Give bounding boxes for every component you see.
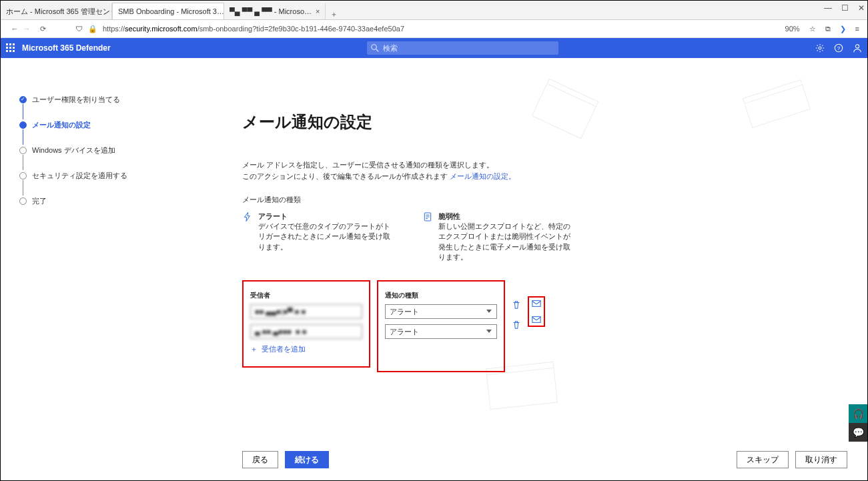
window-minimize-icon[interactable]: —: [824, 3, 832, 13]
step-label: セキュリティ設定を適用する: [32, 171, 127, 181]
svg-rect-11: [532, 316, 540, 322]
clipboard-icon: [422, 211, 433, 222]
card-alert: アラート デバイスで任意のタイプのアラートがトリガーされたときにメール通知を受け…: [242, 211, 396, 263]
feedback-widgets: 🎧 💬: [849, 404, 867, 442]
recipients-label: 受信者: [250, 291, 362, 300]
card-title: 脆弱性: [438, 211, 576, 221]
url-display[interactable]: 🛡 🔒 https://security.microsoft.com/smb-o…: [75, 25, 785, 33]
skip-button[interactable]: スキップ: [737, 451, 789, 468]
onboarding-stepper: ユーザー権限を割り当てる メール通知の設定 Windows デバイスを追加 セキ…: [19, 95, 127, 221]
card-text: 新しい公開エクスプロイトなど、特定のエクスプロイトまたは脆弱性イベントが発生した…: [438, 221, 576, 263]
svg-rect-10: [532, 300, 540, 306]
search-icon: [371, 44, 379, 52]
add-recipient-button[interactable]: ＋ 受信者を追加: [250, 344, 362, 354]
svg-point-0: [372, 45, 377, 50]
browser-tab-2[interactable]: SMB Onboarding - Microsoft 3… ×: [112, 3, 224, 19]
step-add-windows-devices[interactable]: Windows デバイスを追加: [19, 145, 127, 155]
desc-line2: このアクションにより、後で編集できるルールが作成されます: [242, 172, 450, 180]
url-prefix: https://: [103, 25, 125, 33]
send-test-column: [528, 296, 545, 327]
step-complete[interactable]: 完了: [19, 196, 127, 206]
section-title: メール通知の種類: [242, 195, 749, 205]
app-launcher-icon[interactable]: [6, 43, 15, 53]
bookmark-icon[interactable]: ☆: [809, 25, 816, 33]
delete-icon[interactable]: [512, 300, 521, 310]
type-select-2[interactable]: アラート: [385, 324, 497, 339]
shield-icon: 🛡: [75, 25, 83, 33]
settings-icon[interactable]: [815, 43, 825, 53]
feedback-icon[interactable]: 💬: [849, 423, 867, 442]
step-label: メール通知の設定: [32, 120, 91, 130]
svg-point-2: [819, 47, 821, 49]
decorative-window-icon: [743, 79, 811, 128]
global-search[interactable]: 検索: [367, 41, 558, 55]
browser-addressbar: ← → ⟳ 🛡 🔒 https://security.microsoft.com…: [1, 20, 867, 38]
svg-text:?: ?: [837, 45, 841, 51]
email-settings-link[interactable]: メール通知の設定。: [450, 172, 516, 180]
tab-label: ▀▄ ▀▀ ▄ ▀▀ - Microso…: [230, 7, 312, 15]
row-actions: [512, 280, 521, 332]
tab-label: ホーム - Microsoft 365 管理センター: [6, 7, 112, 17]
step-apply-security-settings[interactable]: セキュリティ設定を適用する: [19, 171, 127, 181]
app-title: Microsoft 365 Defender: [22, 43, 111, 53]
window-close-icon[interactable]: ✕: [858, 3, 865, 13]
desc-line1: メール アドレスを指定し、ユーザーに受信させる通知の種類を選択します。: [242, 161, 494, 169]
step-email-notifications[interactable]: メール通知の設定: [19, 120, 127, 130]
card-text: デバイスで任意のタイプのアラートがトリガーされたときにメール通知を受け取ります。: [258, 221, 396, 252]
extension-icon[interactable]: ❯: [840, 25, 846, 33]
delete-icon[interactable]: [512, 320, 521, 330]
svg-point-5: [855, 45, 859, 48]
main-content: メール通知の設定 メール アドレスを指定し、ユーザーに受信させる通知の種類を選択…: [242, 111, 749, 372]
close-icon[interactable]: ×: [316, 7, 320, 15]
back-button[interactable]: 戻る: [242, 451, 278, 468]
mail-icon[interactable]: [532, 299, 541, 308]
menu-icon[interactable]: ≡: [855, 25, 859, 33]
step-label: 完了: [32, 196, 47, 206]
search-placeholder: 検索: [383, 43, 398, 53]
url-host: security.microsoft.com: [125, 25, 197, 33]
add-recipient-label: 受信者を追加: [262, 344, 306, 354]
step-label: Windows デバイスを追加: [32, 145, 115, 155]
recipient-input-2[interactable]: [250, 324, 362, 339]
tab-label: SMB Onboarding - Microsoft 3…: [118, 7, 224, 15]
pocket-icon[interactable]: ⧉: [825, 25, 831, 33]
step-label: ユーザー権限を割り当てる: [32, 95, 120, 105]
svg-line-1: [376, 49, 379, 52]
plus-icon: ＋: [250, 344, 258, 354]
step-assign-permissions[interactable]: ユーザー権限を割り当てる: [19, 95, 127, 105]
new-tab-button[interactable]: ＋: [326, 9, 342, 19]
headset-icon[interactable]: 🎧: [849, 404, 867, 423]
notification-type-column: 通知の種類 アラート アラート: [377, 280, 505, 372]
lock-icon: 🔒: [88, 25, 97, 33]
zoom-label: 90%: [785, 25, 800, 33]
nav-reload-icon[interactable]: ⟳: [37, 25, 49, 33]
card-title: アラート: [258, 211, 396, 221]
app-header: Microsoft 365 Defender 検索 ?: [1, 38, 867, 58]
nav-forward-icon[interactable]: →: [21, 25, 33, 33]
window-maximize-icon[interactable]: ☐: [841, 3, 849, 13]
nav-back-icon[interactable]: ←: [9, 25, 21, 33]
recipients-column: 受信者 ＋ 受信者を追加: [242, 280, 370, 368]
url-path: /smb-onboarding?tid=2fe9b30c-b191-446e-9…: [197, 25, 404, 33]
type-select-1[interactable]: アラート: [385, 304, 497, 319]
card-vulnerability: 脆弱性 新しい公開エクスプロイトなど、特定のエクスプロイトまたは脆弱性イベントが…: [422, 211, 576, 263]
continue-button[interactable]: 続ける: [285, 451, 329, 468]
recipient-input-1[interactable]: [250, 304, 362, 319]
browser-tab-3[interactable]: ▀▄ ▀▀ ▄ ▀▀ - Microso… ×: [224, 3, 326, 19]
account-icon[interactable]: [853, 43, 862, 53]
page-title: メール通知の設定: [242, 111, 749, 133]
type-label: 通知の種類: [385, 291, 497, 300]
cancel-button[interactable]: 取り消す: [795, 451, 847, 468]
browser-tab-1[interactable]: ホーム - Microsoft 365 管理センター ×: [1, 3, 112, 19]
help-icon[interactable]: ?: [834, 43, 843, 53]
lightning-icon: [242, 211, 253, 222]
browser-tabbar: ホーム - Microsoft 365 管理センター × SMB Onboard…: [1, 1, 867, 20]
mail-icon[interactable]: [532, 315, 541, 324]
